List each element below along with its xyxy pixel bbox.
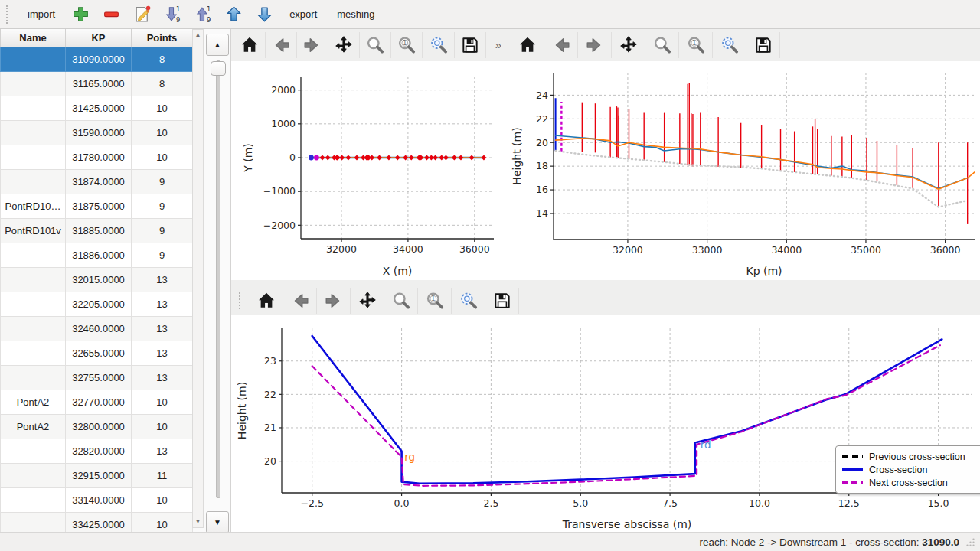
sort-descending-button[interactable]: 19 xyxy=(159,2,185,27)
points-cell[interactable]: 10 xyxy=(132,415,193,439)
kp-cell[interactable]: 31425.0000 xyxy=(66,96,132,121)
name-cell[interactable] xyxy=(1,47,66,72)
name-cell[interactable] xyxy=(1,341,66,366)
name-cell[interactable]: PontRD101v xyxy=(1,219,66,243)
cross-sections-table[interactable]: NameKPPoints 31090.0000831165.0000831425… xyxy=(0,29,193,551)
table-row[interactable]: PontRD101v31885.00009 xyxy=(1,219,193,243)
forward-button[interactable] xyxy=(322,288,351,314)
name-cell[interactable] xyxy=(1,96,66,121)
points-cell[interactable]: 8 xyxy=(132,72,193,96)
name-cell[interactable] xyxy=(1,243,66,268)
back-button[interactable] xyxy=(288,288,317,314)
kp-cell[interactable]: 31090.0000 xyxy=(66,47,132,72)
table-row[interactable]: 33140.000010 xyxy=(1,488,193,513)
points-cell[interactable]: 10 xyxy=(132,390,193,415)
pan-button[interactable] xyxy=(355,288,384,314)
save-button[interactable] xyxy=(490,288,519,314)
name-cell[interactable] xyxy=(1,488,66,513)
name-cell[interactable] xyxy=(1,145,66,170)
home-button[interactable] xyxy=(239,32,266,58)
section-slider-handle[interactable] xyxy=(211,61,226,76)
section-slider-track[interactable] xyxy=(216,60,220,498)
points-cell[interactable]: 10 xyxy=(132,96,193,121)
kp-cell[interactable]: 32820.0000 xyxy=(66,439,132,464)
points-cell[interactable]: 13 xyxy=(132,292,193,317)
add-section-button[interactable] xyxy=(67,2,93,27)
kp-cell[interactable]: 32915.0000 xyxy=(66,464,132,488)
table-row[interactable]: 31090.00008 xyxy=(1,47,193,72)
zoom-fit-button[interactable] xyxy=(717,32,746,58)
home-button[interactable] xyxy=(515,32,544,58)
kp-cell[interactable]: 32655.0000 xyxy=(66,341,132,366)
pan-button[interactable] xyxy=(616,32,645,58)
zoom-button[interactable] xyxy=(650,32,679,58)
name-cell[interactable] xyxy=(1,366,66,390)
cross-section-chart[interactable]: −2.50.02.55.07.510.012.515.020212223Tran… xyxy=(231,315,980,533)
edit-section-button[interactable] xyxy=(129,2,155,27)
column-header-name[interactable]: Name xyxy=(1,29,66,47)
name-cell[interactable] xyxy=(1,72,66,96)
move-up-button[interactable] xyxy=(220,2,247,27)
zoom-fit-button[interactable] xyxy=(456,288,485,314)
name-cell[interactable]: PontA2 xyxy=(1,415,66,439)
table-row[interactable]: PontRD10…31875.00009 xyxy=(1,194,193,219)
points-cell[interactable]: 9 xyxy=(132,219,193,243)
back-button[interactable] xyxy=(270,32,297,58)
table-row[interactable]: 31886.00009 xyxy=(1,243,193,268)
sort-ascending-button[interactable]: 19 xyxy=(190,2,216,27)
points-cell[interactable]: 10 xyxy=(132,121,193,145)
toolbar-overflow-chevron[interactable]: » xyxy=(491,38,505,53)
table-row[interactable]: 31165.00008 xyxy=(1,72,193,96)
points-cell[interactable]: 13 xyxy=(132,317,193,341)
save-button[interactable] xyxy=(459,32,486,58)
navigate-down-button[interactable]: ▼ xyxy=(206,511,229,533)
name-cell[interactable] xyxy=(1,170,66,194)
table-row[interactable]: 31590.000010 xyxy=(1,121,193,145)
points-cell[interactable]: 9 xyxy=(132,243,193,268)
kp-cell[interactable]: 33140.0000 xyxy=(66,488,132,513)
table-row[interactable]: 32755.000013 xyxy=(1,366,193,390)
name-cell[interactable]: PontA2 xyxy=(1,390,66,415)
navigate-up-button[interactable]: ▲ xyxy=(206,34,229,56)
resize-grip[interactable] xyxy=(965,537,975,547)
points-cell[interactable]: 10 xyxy=(132,145,193,170)
forward-button[interactable] xyxy=(302,32,328,58)
pan-button[interactable] xyxy=(333,32,360,58)
points-cell[interactable]: 13 xyxy=(132,268,193,292)
kp-cell[interactable]: 32460.0000 xyxy=(66,317,132,341)
back-button[interactable] xyxy=(549,32,578,58)
name-cell[interactable] xyxy=(1,464,66,488)
points-cell[interactable]: 9 xyxy=(132,194,193,219)
zoom-button[interactable] xyxy=(364,32,391,58)
longitudinal-profile-chart[interactable]: 3200033000340003500036000141618202224Kp … xyxy=(508,61,980,280)
scrollbar-up-arrow[interactable]: ▲ xyxy=(193,31,203,40)
name-cell[interactable] xyxy=(1,268,66,292)
name-cell[interactable]: PontRD10… xyxy=(1,194,66,219)
kp-cell[interactable]: 31886.0000 xyxy=(66,243,132,268)
plan-view-chart[interactable]: 320003400036000−2000−1000010002000X (m)Y… xyxy=(231,61,505,280)
kp-cell[interactable]: 32755.0000 xyxy=(66,366,132,390)
export-button[interactable]: export xyxy=(282,4,325,24)
zoom-fit-button[interactable] xyxy=(427,32,454,58)
kp-cell[interactable]: 32205.0000 xyxy=(66,292,132,317)
kp-cell[interactable]: 31780.0000 xyxy=(66,145,132,170)
save-button[interactable] xyxy=(751,32,780,58)
scrollbar-down-arrow[interactable]: ▼ xyxy=(193,517,203,527)
table-row[interactable]: 31780.000010 xyxy=(1,145,193,170)
points-cell[interactable]: 11 xyxy=(132,464,193,488)
zoom-one-button[interactable]: 1 xyxy=(684,32,713,58)
table-scrollbar[interactable]: ▲ ▼ xyxy=(192,29,204,528)
points-cell[interactable]: 13 xyxy=(132,439,193,464)
kp-cell[interactable]: 32800.0000 xyxy=(66,415,132,439)
table-row[interactable]: 31425.000010 xyxy=(1,96,193,121)
kp-cell[interactable]: 32770.0000 xyxy=(66,390,132,415)
points-cell[interactable]: 13 xyxy=(132,366,193,390)
import-button[interactable]: import xyxy=(20,4,63,24)
name-cell[interactable] xyxy=(1,317,66,341)
points-cell[interactable]: 9 xyxy=(132,170,193,194)
kp-cell[interactable]: 31885.0000 xyxy=(66,219,132,243)
table-row[interactable]: PontA232800.000010 xyxy=(1,415,193,439)
column-header-kp[interactable]: KP xyxy=(66,29,132,47)
table-row[interactable]: 32460.000013 xyxy=(1,317,193,341)
name-cell[interactable] xyxy=(1,439,66,464)
